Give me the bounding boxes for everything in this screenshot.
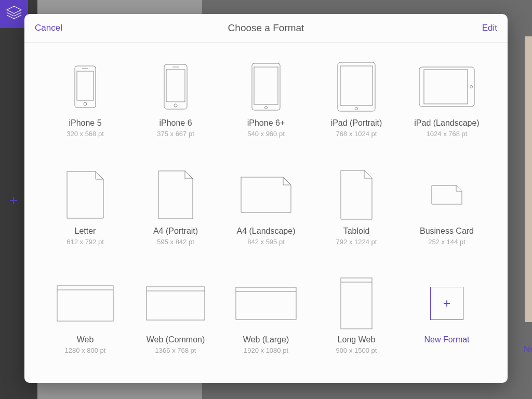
tablet-landscape-icon xyxy=(402,58,492,115)
svg-rect-1 xyxy=(75,66,96,108)
modal-title: Choose a Format xyxy=(228,22,304,34)
format-ipad-landscape[interactable]: iPad (Landscape) 532 x 399 pt xyxy=(402,58,492,161)
format-label: Letter xyxy=(75,227,96,236)
format-a4-landscape[interactable]: A4 (Landscape) 842 x 595 pt xyxy=(221,166,311,269)
svg-point-17 xyxy=(470,86,473,88)
svg-marker-0 xyxy=(7,6,21,14)
edit-button[interactable]: Edit xyxy=(482,23,497,33)
format-dims: 320 x 568 pt xyxy=(66,130,104,138)
format-dims: 595 x 842 pt xyxy=(157,238,194,246)
format-label: A4 (Landscape) xyxy=(237,227,296,236)
format-tabloid[interactable]: Tabloid 792 x 1224 pt xyxy=(311,166,402,269)
svg-rect-6 xyxy=(166,70,185,102)
format-grid: iPhone 5 320 x 568 pt iPhone 6 375 x 667… xyxy=(24,43,508,383)
format-iphone-6-plus[interactable]: iPhone 6+ 540 x 960 pt xyxy=(221,58,311,161)
svg-rect-9 xyxy=(252,63,280,110)
svg-rect-24 xyxy=(341,278,372,329)
app-logo-icon xyxy=(0,0,28,28)
browser-wide-icon xyxy=(221,275,311,332)
tablet-portrait-icon xyxy=(311,58,402,115)
format-new[interactable]: + New Format xyxy=(402,275,492,378)
format-dims: 540 x 960 pt xyxy=(247,130,285,138)
format-web-large[interactable]: Web (Large) 1920 x 1080 pt xyxy=(221,275,311,378)
svg-rect-2 xyxy=(77,71,94,100)
format-label: iPad (Landscape) xyxy=(414,118,479,128)
svg-rect-22 xyxy=(236,287,296,320)
format-dims: 532 x 399 pt xyxy=(427,130,468,138)
format-dims: 1280 x 800 pt xyxy=(65,347,106,354)
svg-point-14 xyxy=(355,108,358,110)
cancel-button[interactable]: Cancel xyxy=(35,23,62,33)
svg-rect-20 xyxy=(147,287,205,320)
format-label: iPad (Portrait) xyxy=(331,118,382,128)
page-wide-icon xyxy=(221,166,311,223)
svg-rect-10 xyxy=(254,67,278,104)
background-photo-strip xyxy=(525,36,532,322)
format-dims: 252 x 144 pt xyxy=(428,238,466,246)
svg-rect-15 xyxy=(419,67,474,107)
format-label: Business Card xyxy=(420,227,474,236)
format-dims: 612 x 792 pt xyxy=(66,238,104,246)
format-dims: 375 x 667 pt xyxy=(157,130,194,138)
page-tall-icon xyxy=(311,166,402,223)
format-dims: 792 x 1224 pt xyxy=(336,238,377,246)
format-business-card[interactable]: Business Card 252 x 144 pt xyxy=(402,166,492,269)
format-label: Web (Large) xyxy=(243,335,289,344)
phone-med-icon xyxy=(130,58,221,115)
svg-rect-12 xyxy=(338,62,375,111)
svg-rect-16 xyxy=(424,70,468,104)
format-dims: 900 x 1500 pt xyxy=(336,347,377,354)
svg-point-8 xyxy=(174,104,177,107)
format-dims: 1920 x 1080 pt xyxy=(244,347,288,354)
svg-point-4 xyxy=(84,102,87,105)
browser-tall-icon xyxy=(311,275,402,332)
page-icon xyxy=(130,166,221,223)
format-letter[interactable]: Letter 612 x 792 pt xyxy=(40,166,130,269)
plus-icon: + xyxy=(430,287,463,320)
svg-point-11 xyxy=(265,107,268,109)
format-label: iPhone 6+ xyxy=(247,118,285,128)
page-icon xyxy=(40,166,130,223)
modal-header: Cancel Choose a Format Edit xyxy=(24,14,508,43)
format-iphone-5[interactable]: iPhone 5 320 x 568 pt xyxy=(40,58,130,161)
sidebar-plus-icon: + xyxy=(9,192,18,209)
phone-small-icon xyxy=(40,58,130,115)
format-label: iPhone 5 xyxy=(69,118,101,128)
format-label: New Format xyxy=(424,335,469,344)
svg-rect-13 xyxy=(340,66,373,105)
tablet-narrow-icon xyxy=(221,58,311,115)
format-picker-modal: Cancel Choose a Format Edit iPhone 5 320… xyxy=(24,14,508,383)
format-a4-portrait[interactable]: A4 (Portrait) 595 x 842 pt xyxy=(130,166,221,269)
format-long-web[interactable]: Long Web 900 x 1500 pt xyxy=(311,275,402,378)
format-dims: 399 x 532 pt xyxy=(336,130,377,138)
browser-icon xyxy=(130,275,221,332)
format-label: Web (Common) xyxy=(147,335,205,344)
format-web[interactable]: Web 1280 x 800 pt xyxy=(40,275,130,378)
svg-rect-5 xyxy=(164,64,187,109)
background-new-label: New xyxy=(524,344,532,355)
format-dims: 1366 x 768 pt xyxy=(155,347,196,354)
svg-rect-18 xyxy=(57,286,113,321)
format-web-common[interactable]: Web (Common) 1366 x 768 pt xyxy=(130,275,221,378)
format-ipad-portrait[interactable]: iPad (Portrait) 399 x 532 pt xyxy=(311,58,402,161)
browser-icon xyxy=(40,275,130,332)
format-label: Long Web xyxy=(338,335,376,344)
format-iphone-6[interactable]: iPhone 6 375 x 667 pt xyxy=(130,58,221,161)
format-label: A4 (Portrait) xyxy=(153,227,198,236)
page-card-icon xyxy=(402,166,492,223)
new-format-icon: + xyxy=(402,275,492,332)
format-dims: 842 x 595 pt xyxy=(247,238,285,246)
format-label: iPhone 6 xyxy=(159,118,192,128)
format-label: Web xyxy=(77,335,94,344)
format-label: Tabloid xyxy=(343,227,370,236)
